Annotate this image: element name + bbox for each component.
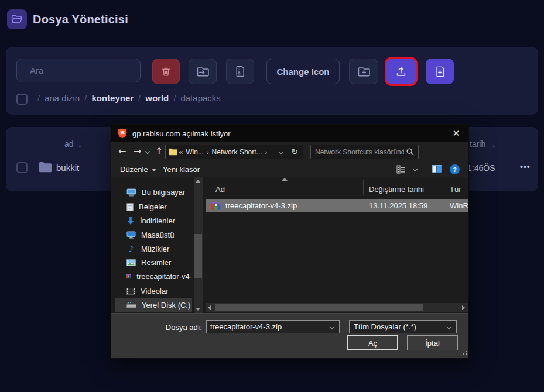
scroll-left-icon[interactable]	[208, 305, 211, 310]
sort-ascending-icon	[282, 178, 288, 181]
sidebar-item-label: Videolar	[141, 287, 168, 295]
edit-menu-chevron-icon	[152, 169, 156, 171]
sidebar-item-label: Resimler	[141, 258, 171, 267]
change-icon-label: Change Icon	[276, 67, 329, 77]
column-header-date[interactable]: tarih	[470, 139, 485, 149]
open-button[interactable]: Aç	[347, 335, 398, 350]
row-checkbox[interactable]	[16, 162, 28, 173]
column-divider[interactable]	[363, 180, 364, 195]
breadcrumb-item-konteyner[interactable]: konteyner	[91, 93, 134, 103]
sidebar-item-label: treecapitator-v4-	[136, 272, 192, 281]
row-menu-button[interactable]: •••	[520, 162, 531, 171]
download-icon	[126, 216, 135, 225]
recent-locations-chevron-icon[interactable]	[145, 149, 150, 154]
column-divider[interactable]	[444, 180, 444, 195]
sidebar-item-label: Belgeler	[139, 202, 167, 211]
sidebar-scrollbar-thumb[interactable]	[194, 234, 202, 278]
folder-move-icon	[197, 66, 209, 77]
file-plus-icon	[435, 66, 445, 77]
list-column-date[interactable]: Değiştirme tarihi	[369, 185, 424, 194]
back-icon[interactable]: ←	[118, 147, 126, 156]
sidebar-item-music[interactable]: ♪ Müzikler	[115, 242, 192, 256]
file-name: treecapitator-v4-3.zip	[225, 201, 297, 210]
file-open-dialog: gp.rabisu.com açılmak istiyor ✕ ← → ↑ « …	[111, 125, 468, 358]
address-overflow-chevrons[interactable]: «	[179, 147, 183, 156]
forward-icon[interactable]: →	[134, 147, 141, 156]
sidebar-item-this-pc[interactable]: Bu bilgisayar	[115, 185, 192, 199]
sidebar-item-local-disk-c[interactable]: Yerel Disk (C:)	[115, 298, 192, 312]
select-all-checkbox[interactable]	[16, 94, 28, 105]
dialog-search-input[interactable]	[311, 148, 406, 156]
move-button[interactable]	[189, 59, 217, 84]
filename-label: Dosya adı:	[111, 323, 202, 332]
sidebar-item-videos[interactable]: Videolar	[115, 284, 192, 298]
horizontal-scrollbar[interactable]	[206, 303, 468, 312]
cancel-button[interactable]: İptal	[407, 335, 458, 350]
row-file-name[interactable]: bukkit	[56, 163, 79, 173]
computer-icon	[126, 188, 136, 197]
list-column-type[interactable]: Tür	[450, 185, 461, 194]
column-header-name[interactable]: ad	[64, 139, 74, 149]
filename-input[interactable]	[207, 322, 339, 331]
address-segment-windows[interactable]: Win...	[186, 148, 204, 156]
close-icon[interactable]: ✕	[449, 126, 463, 140]
resize-grip[interactable]	[461, 351, 467, 356]
breadcrumb-separator: /	[37, 93, 40, 103]
scroll-down-icon[interactable]	[196, 308, 200, 311]
delete-button[interactable]	[152, 59, 180, 84]
address-bar[interactable]: « Win... › Network Short... › ↻	[165, 145, 303, 159]
page-title: Dosya Yöneticisi	[33, 13, 128, 26]
search-input[interactable]	[25, 66, 152, 75]
address-dropdown-chevron-icon[interactable]	[279, 150, 283, 154]
address-separator: ›	[207, 149, 209, 156]
scroll-up-icon[interactable]	[196, 180, 200, 183]
details-view-icon[interactable]	[396, 165, 405, 174]
archive-button[interactable]	[226, 59, 254, 84]
edit-menu-button[interactable]: Düzenle	[120, 165, 148, 174]
sidebar-item-label: İndirilenler	[140, 216, 175, 225]
breadcrumb-item-root[interactable]: ana dizin	[45, 93, 80, 103]
breadcrumb-separator: /	[173, 93, 176, 103]
new-folder-button[interactable]: Yeni klasör	[163, 165, 200, 174]
dialog-title: gp.rabisu.com açılmak istiyor	[132, 129, 231, 138]
breadcrumb-item-world[interactable]: world	[145, 93, 169, 103]
breadcrumb-separator: /	[138, 93, 141, 103]
filetype-combobox[interactable]: Tüm Dosyalar (*.*)	[349, 320, 457, 333]
view-options-chevron-icon[interactable]	[413, 167, 418, 171]
upload-button[interactable]	[386, 59, 416, 84]
refresh-icon[interactable]: ↻	[291, 147, 298, 156]
dialog-titlebar[interactable]: gp.rabisu.com açılmak istiyor ✕	[111, 125, 468, 142]
sort-arrow-icon: ↓	[492, 140, 496, 149]
preview-pane-icon[interactable]	[432, 165, 442, 173]
sidebar-item-downloads[interactable]: İndirilenler	[115, 214, 192, 228]
sidebar-item-label: Müzikler	[141, 245, 169, 253]
open-button-label: Aç	[368, 339, 377, 348]
breadcrumb-item-datapacks[interactable]: datapacks	[180, 93, 220, 103]
help-icon[interactable]: ?	[450, 164, 460, 174]
desktop-icon	[126, 231, 136, 239]
sidebar-item-desktop[interactable]: Masaüstü	[115, 228, 192, 242]
new-file-button[interactable]	[426, 59, 454, 84]
winrar-icon	[126, 273, 131, 280]
scroll-right-icon[interactable]	[462, 305, 465, 310]
sort-arrow-icon: ↓	[78, 140, 82, 149]
sidebar-item-label: Yerel Disk (C:)	[142, 301, 190, 310]
list-column-name[interactable]: Ad	[215, 185, 225, 194]
cancel-button-label: İptal	[425, 339, 440, 348]
breadcrumb: / ana dizin / konteyner / world / datapa…	[37, 93, 221, 103]
sidebar-item-pictures[interactable]: Resimler	[115, 256, 192, 269]
disk-icon	[126, 302, 136, 308]
sidebar-scrollbar[interactable]	[194, 177, 203, 313]
address-segment-network-shortcuts[interactable]: Network Short...	[212, 148, 262, 156]
change-icon-button[interactable]: Change Icon	[266, 59, 340, 84]
sidebar-item-documents[interactable]: Belgeler	[115, 200, 192, 214]
horizontal-scrollbar-thumb[interactable]	[215, 304, 423, 311]
new-folder-button[interactable]	[349, 59, 378, 84]
file-row-selected[interactable]: treecapitator-v4-3.zip 13.11.2025 18:59 …	[206, 199, 468, 212]
dialog-footer: Dosya adı: Tüm Dosyalar (*.*) Aç İptal	[111, 313, 468, 358]
up-icon[interactable]: ↑	[155, 147, 163, 156]
dialog-command-bar: Düzenle Yeni klasör ?	[111, 162, 468, 177]
file-modified-date: 13.11.2025 18:59	[369, 201, 427, 210]
sidebar-item-treecapitator[interactable]: treecapitator-v4-	[115, 270, 192, 283]
folder-plus-icon	[358, 66, 370, 77]
